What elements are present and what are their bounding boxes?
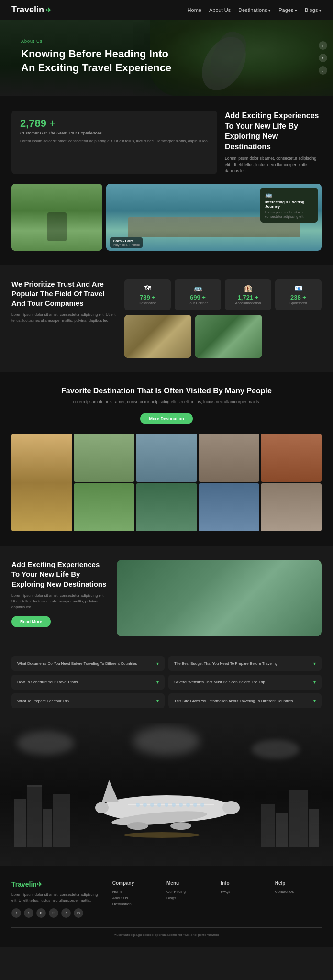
gallery-item-2[interactable] xyxy=(11,434,72,531)
gallery-item-9[interactable] xyxy=(261,483,322,531)
explore-body: Lorem ipsum dolor sit amet, consectetur … xyxy=(225,156,322,174)
footer-link-blogs[interactable]: Blogs xyxy=(166,896,213,900)
footer-info-title: Info xyxy=(221,880,267,886)
gallery-item-3[interactable] xyxy=(136,434,197,482)
social-facebook[interactable]: f xyxy=(319,41,327,50)
explore2-grid: Add Exciting Experiences To Your New Lif… xyxy=(11,560,322,637)
social-scroll[interactable]: ↓ xyxy=(319,66,327,75)
footer-info-col: Info FAQs xyxy=(221,880,267,918)
gallery-item-5[interactable] xyxy=(261,434,322,482)
footer-company-title: Company xyxy=(112,880,159,886)
footer-social: f t ▶ ◎ ♪ in xyxy=(11,908,105,918)
nav-about[interactable]: About Us xyxy=(209,7,231,13)
stat-tour-partner: 🚌 699 + Tour Partner xyxy=(175,279,221,310)
faq-item-2[interactable]: How To Schedule Your Travel Plans ▾ xyxy=(11,675,165,690)
faq-arrow-6: ▾ xyxy=(313,698,316,703)
explore2-image xyxy=(117,560,322,636)
trust-grid: We Prioritize Trust And Are Popular The … xyxy=(11,279,322,358)
destination-icon: 🗺 xyxy=(128,284,167,292)
more-destinations-button[interactable]: More Destination xyxy=(140,413,192,424)
trust-stat-row: 🗺 789 + Destination 🚌 699 + Tour Partner… xyxy=(124,279,322,310)
footer-copyright: Automated page speed optimizations for f… xyxy=(114,933,219,937)
explore2-heading: Add Exciting Experiences To Your New Lif… xyxy=(11,560,107,589)
faq-question-2: How To Schedule Your Travel Plans xyxy=(17,680,156,684)
bora-label: Bora - Bora Polynesia, France xyxy=(110,237,143,248)
brand-name: Travelin xyxy=(11,5,44,15)
brand-logo[interactable]: Travelin ✈ xyxy=(11,5,52,15)
section-faq: What Documents Do You Need Before Travel… xyxy=(0,651,333,723)
sponsored-label: Sponsored xyxy=(279,301,318,305)
svg-point-9 xyxy=(143,803,147,807)
svg-point-8 xyxy=(136,803,140,807)
footer-social-tiktok[interactable]: ♪ xyxy=(61,908,71,918)
tour-partner-label: Tour Partner xyxy=(178,301,217,305)
accommodation-num: 1,721 + xyxy=(229,294,267,301)
gallery-item-8[interactable] xyxy=(199,483,259,531)
social-twitter[interactable]: t xyxy=(319,54,327,62)
nav-destinations[interactable]: Destinations xyxy=(238,7,271,13)
destination-label: Destination xyxy=(128,301,167,305)
footer-social-linkedin[interactable]: in xyxy=(74,908,83,918)
stat-accommodation: 🏨 1,721 + Accommodation xyxy=(225,279,271,310)
footer-social-twitter[interactable]: t xyxy=(24,908,33,918)
svg-point-11 xyxy=(157,803,161,807)
nav-pages[interactable]: Pages xyxy=(278,7,297,13)
faq-arrow-4: ▾ xyxy=(313,661,316,666)
faq-item-6[interactable]: This Site Gives You Information About Tr… xyxy=(168,693,322,708)
faq-item-4[interactable]: The Best Budget That You Need To Prepare… xyxy=(168,656,322,671)
footer-link-home[interactable]: Home xyxy=(112,890,159,894)
gallery-item-4[interactable] xyxy=(199,434,259,482)
svg-point-10 xyxy=(150,803,154,807)
gallery-item-7[interactable] xyxy=(136,483,197,531)
read-more-button[interactable]: Read More xyxy=(11,616,51,627)
footer-link-faqs[interactable]: FAQs xyxy=(221,890,267,894)
nav-links: Home About Us Destinations Pages Blogs xyxy=(188,7,322,13)
footer-brand: Travelin✈ Lorem ipsum dolor sit amet, co… xyxy=(11,880,105,918)
accommodation-icon: 🏨 xyxy=(229,284,267,292)
faq-item-3[interactable]: What To Prepare For Your Trip ▾ xyxy=(11,693,165,708)
svg-point-6 xyxy=(170,822,191,830)
footer-social-facebook[interactable]: f xyxy=(11,908,21,918)
explore2-text: Add Exciting Experiences To Your New Lif… xyxy=(11,560,107,637)
explore-images: 🚌 Interesting & Exciting Journey Lorem i… xyxy=(11,184,322,251)
footer-link-pricing[interactable]: Our Pricing xyxy=(166,890,213,894)
footer-grid: Travelin✈ Lorem ipsum dolor sit amet, co… xyxy=(11,880,322,918)
footer-link-contact[interactable]: Contact Us xyxy=(275,890,322,894)
stat-card: 2,789 + Customer Get The Great Tour Expe… xyxy=(11,111,217,174)
section-explore2: Add Exciting Experiences To Your New Lif… xyxy=(0,546,333,651)
faq-item-5[interactable]: Several Websites That Must Be Seen Befor… xyxy=(168,675,322,690)
sponsored-icon: 📧 xyxy=(279,284,318,292)
footer-link-destination[interactable]: Destination xyxy=(112,902,159,906)
footer-bottom: Automated page speed optimizations for f… xyxy=(11,927,322,937)
svg-point-17 xyxy=(200,803,204,807)
faq-item-1[interactable]: What Documents Do You Need Before Travel… xyxy=(11,656,165,671)
section-banner xyxy=(0,723,333,866)
explore2-body: Lorem ipsum dolor sit amet, consectetur … xyxy=(11,593,107,610)
nav-blogs[interactable]: Blogs xyxy=(305,7,322,13)
plane-illustration xyxy=(90,766,243,842)
stat-desc: Lorem ipsum dolor sit amet, consectetur … xyxy=(20,138,209,144)
stat-label: Customer Get The Great Tour Experiences xyxy=(20,131,209,135)
trust-text: We Prioritize Trust And Are Popular The … xyxy=(11,279,117,358)
nav-home[interactable]: Home xyxy=(188,7,201,13)
svg-point-14 xyxy=(179,803,183,807)
gallery-item-6[interactable] xyxy=(74,483,134,531)
trust-image-1 xyxy=(124,315,191,358)
hero-headline: Knowing Before Heading Into An Exciting … xyxy=(21,47,174,75)
section-explore: 2,789 + Customer Get The Great Tour Expe… xyxy=(0,96,333,265)
navbar: Travelin ✈ Home About Us Destinations Pa… xyxy=(0,0,333,20)
footer-desc: Lorem ipsum dolor sit amet, consectetur … xyxy=(11,892,105,903)
footer-social-instagram[interactable]: ◎ xyxy=(49,908,58,918)
gallery-item-1[interactable] xyxy=(74,434,134,482)
bora-location: Polynesia, France xyxy=(113,243,140,246)
destinations-heading: Favorite Destination That Is Often Visit… xyxy=(11,387,322,395)
tour-partner-icon: 🚌 xyxy=(178,284,217,292)
footer-social-youtube[interactable]: ▶ xyxy=(36,908,46,918)
footer-link-about[interactable]: About Us xyxy=(112,896,159,900)
bora-name: Bora - Bora xyxy=(113,239,140,243)
trust-images xyxy=(124,315,322,358)
tour-partner-num: 699 + xyxy=(178,294,217,301)
svg-point-1 xyxy=(222,801,240,814)
footer-menu-title: Menu xyxy=(166,880,213,886)
section-destinations: Favorite Destination That Is Often Visit… xyxy=(0,372,333,546)
